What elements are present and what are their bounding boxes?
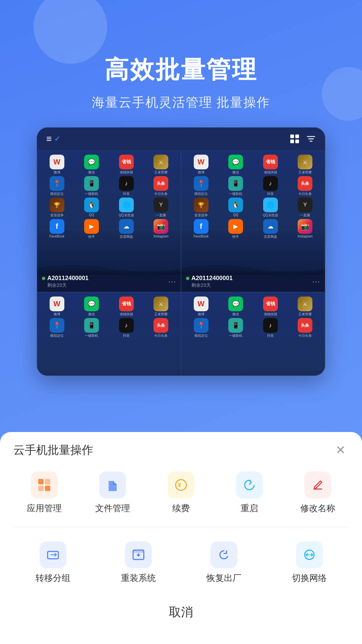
app-item-qq[interactable]: 🐧 QQ [75, 198, 108, 218]
app-item-wangzhe[interactable]: ⚔ 王者荣耀 [145, 155, 178, 175]
app-icon-qq: 🐧 [84, 198, 99, 212]
app-icon-weibo: W [50, 155, 64, 169]
app-item-toutiao[interactable]: 头条 今日头条 [145, 176, 178, 196]
app-item-weibo[interactable]: W 微博 [185, 297, 218, 317]
app-item-weixin[interactable]: 💬 微信 [75, 155, 108, 175]
action-item-rename[interactable]: 修改名称 [287, 472, 349, 514]
app-item-shengqian[interactable]: 省钱 省钱快报 [110, 297, 143, 317]
app-label-shengqian: 省钱快报 [264, 170, 277, 175]
more-button-1[interactable]: ⋯ [312, 277, 320, 286]
app-item-toutiao[interactable]: 头条 今日头条 [289, 318, 322, 338]
app-item-weixin[interactable]: 💬 微信 [220, 155, 252, 175]
app-item-weixin[interactable]: 💬 微信 [75, 297, 108, 317]
svg-rect-3 [295, 140, 299, 143]
action-item-renew[interactable]: ¥ 续费 [150, 472, 212, 514]
svg-point-8 [176, 480, 186, 490]
action-item-move[interactable]: 转移分组 [13, 541, 92, 584]
app-item-facebook[interactable]: f FaceBook [185, 219, 218, 239]
app-item-douyin[interactable]: ♪ 抖音 [254, 176, 287, 196]
app-label-wangzhe: 王者荣耀 [154, 170, 168, 175]
app-label-toutiao: 今日头条 [298, 333, 312, 338]
app-item-yizhi[interactable]: Y 一直播 [289, 198, 322, 218]
action-item-file[interactable]: 文件管理 [82, 472, 143, 514]
app-item-moni[interactable]: 📍 模拟定位 [185, 176, 218, 196]
app-item-toutiao[interactable]: 头条 今日头条 [289, 176, 322, 196]
bottom-sheet-title: 云手机批量操作 [13, 442, 93, 458]
phone-mockup: ≡ ✓ W 微博 [37, 127, 325, 376]
app-item-yijian[interactable]: 📱 一键新机 [220, 318, 252, 338]
app-item-toutiao[interactable]: 头条 今日头条 [145, 318, 178, 338]
app-icon-qq: 🐧 [228, 198, 243, 212]
app-item-weixin[interactable]: 💬 微信 [220, 297, 252, 317]
app-item-shengqian[interactable]: 省钱 省钱快报 [254, 297, 287, 317]
app-item-yijian[interactable]: 📱 一键新机 [220, 176, 252, 196]
app-label-weixin: 微信 [88, 170, 95, 175]
menu-icon[interactable]: ≡ [46, 133, 52, 144]
action-label-reset: 恢复出厂 [206, 572, 241, 584]
app-label-moni: 模拟定位 [194, 333, 208, 338]
phone-card-3[interactable]: W 微博 💬 微信 省钱 省钱快报 ⚔ 王者荣耀 [181, 292, 325, 376]
app-label-moni: 模拟定位 [194, 192, 208, 196]
action-item-switch[interactable]: 切换网络 [270, 541, 349, 584]
app-item-weibo[interactable]: W 微博 [41, 297, 73, 317]
phone-card-2[interactable]: W 微博 💬 微信 省钱 省钱快报 ⚔ 王者荣耀 [37, 292, 181, 376]
app-item-qqbrowser[interactable]: 🌐 QQ浏览器 [254, 198, 287, 218]
app-item-moni[interactable]: 📍 模拟定位 [185, 318, 218, 338]
app-icon-baidu: ☁ [119, 219, 134, 234]
app-item-instagram[interactable]: 📸 Instagram [145, 219, 178, 239]
svg-rect-5 [45, 479, 50, 484]
action-icon-wrap-app [31, 472, 58, 498]
app-item-douyin[interactable]: ♪ 抖音 [254, 318, 287, 338]
action-item-reset[interactable]: 恢复出厂 [184, 541, 263, 584]
phone-card-0[interactable]: W 微博 💬 微信 省钱 省钱快报 ⚔ 王者荣耀 [37, 150, 181, 292]
app-item-qq[interactable]: 🐧 QQ [220, 198, 252, 218]
action-icon-wrap-switch [296, 541, 323, 568]
app-item-wangzhe[interactable]: ⚔ 王者荣耀 [289, 297, 322, 317]
app-row-0: W 微博 💬 微信 省钱 省钱快报 ⚔ 王者荣耀 [185, 155, 321, 175]
app-item-instagram[interactable]: 📸 Instagram [289, 219, 322, 239]
app-item-shengqian[interactable]: 省钱 省钱快报 [254, 155, 287, 175]
cancel-button[interactable]: 取消 [13, 597, 349, 627]
action-icon-wrap-rename [304, 472, 331, 498]
app-label-toutiao: 今日头条 [154, 192, 168, 196]
app-label-shengqian: 省钱快报 [264, 312, 277, 317]
close-button[interactable]: ✕ [333, 442, 349, 458]
action-label-reinstall: 重装系统 [121, 572, 156, 584]
app-item-facebook[interactable]: f FaceBook [41, 219, 73, 239]
app-icon-douyin: ♪ [119, 318, 134, 333]
app-item-moni[interactable]: 📍 模拟定位 [41, 318, 73, 338]
app-icon-shengqian: 省钱 [119, 297, 134, 311]
app-label-weixin: 微信 [232, 170, 239, 175]
wave-deco-0 [37, 258, 181, 275]
app-item-baidu[interactable]: ☁ 百度网盘 [110, 219, 143, 239]
filter-icon[interactable] [306, 134, 316, 144]
app-item-wangzhe[interactable]: ⚔ 王者荣耀 [145, 297, 178, 317]
more-button-0[interactable]: ⋯ [168, 277, 176, 286]
app-item-douyin[interactable]: ♪ 抖音 [110, 176, 143, 196]
app-item-qqbrowser[interactable]: 🌐 QQ浏览器 [110, 198, 143, 218]
app-item-moni[interactable]: 📍 模拟定位 [41, 176, 73, 196]
svg-rect-2 [290, 140, 294, 143]
app-label-qq: QQ [233, 213, 238, 217]
phone-card-1[interactable]: W 微博 💬 微信 省钱 省钱快报 ⚔ 王者荣耀 [181, 150, 325, 292]
app-item-huangshe[interactable]: 🏆 皇室战争 [185, 198, 218, 218]
app-item-yijian[interactable]: 📱 一键新机 [75, 176, 108, 196]
grid-icon[interactable] [290, 134, 300, 144]
action-item-app[interactable]: 应用管理 [13, 472, 75, 514]
app-item-kuaishou[interactable]: ▶ 快手 [75, 219, 108, 239]
app-item-kuaishou[interactable]: ▶ 快手 [220, 219, 252, 239]
app-item-douyin[interactable]: ♪ 抖音 [110, 318, 143, 338]
app-icon-toutiao: 头条 [298, 176, 312, 191]
action-item-reinstall[interactable]: 重装系统 [99, 541, 178, 584]
app-label-toutiao: 今日头条 [298, 192, 312, 196]
app-item-baidu[interactable]: ☁ 百度网盘 [254, 219, 287, 239]
app-item-yizhi[interactable]: Y 一直播 [145, 198, 178, 218]
app-item-weibo[interactable]: W 微博 [41, 155, 73, 175]
app-item-wangzhe[interactable]: ⚔ 王者荣耀 [289, 155, 322, 175]
action-item-restart[interactable]: 重启 [219, 472, 280, 514]
app-item-shengqian[interactable]: 省钱 省钱快报 [110, 155, 143, 175]
action-label-rename: 修改名称 [300, 502, 335, 514]
app-item-huangshe[interactable]: 🏆 皇室战争 [41, 198, 73, 218]
app-item-yijian[interactable]: 📱 一键新机 [75, 318, 108, 338]
app-item-weibo[interactable]: W 微博 [185, 155, 218, 175]
